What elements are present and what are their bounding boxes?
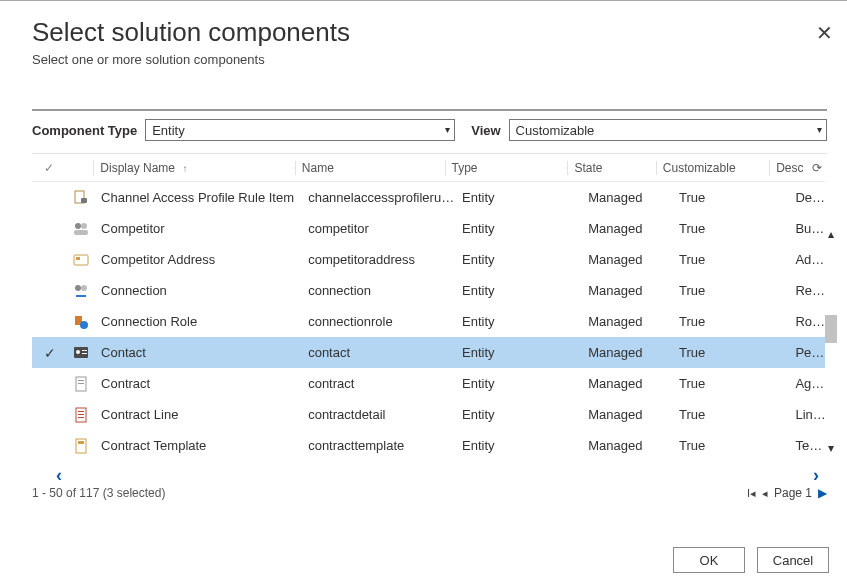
col-display-name-label: Display Name xyxy=(100,161,175,175)
table-row[interactable]: CompetitorcompetitorEntityManagedTrueBus… xyxy=(32,213,827,244)
cell-customizable: True xyxy=(673,438,789,453)
scroll-up-icon[interactable]: ▴ xyxy=(823,227,839,241)
cell-state: Managed xyxy=(582,314,673,329)
cell-state: Managed xyxy=(582,252,673,267)
svg-rect-17 xyxy=(78,383,84,384)
select-all-checkbox[interactable]: ✓ xyxy=(32,161,66,175)
svg-rect-6 xyxy=(76,257,80,260)
col-state[interactable]: State xyxy=(567,161,655,175)
col-customizable[interactable]: Customizable xyxy=(656,161,769,175)
scroll-thumb[interactable] xyxy=(825,315,837,343)
col-display-name[interactable]: Display Name ↑ xyxy=(93,161,294,175)
table-row[interactable]: Channel Access Profile Rule Itemchannela… xyxy=(32,182,827,213)
table-row[interactable]: ✓ContactcontactEntityManagedTruePerson xyxy=(32,337,827,368)
col-description-label: Desc xyxy=(776,161,803,175)
cell-description: Additic xyxy=(789,252,827,267)
table-row[interactable]: ConnectionconnectionEntityManagedTrueRel… xyxy=(32,275,827,306)
cell-description: Relatio xyxy=(789,283,827,298)
grid-footer: 1 - 50 of 117 (3 selected) I◂ ◂ Page 1 ▶ xyxy=(32,486,827,500)
svg-point-8 xyxy=(81,285,87,291)
cell-display-name: Contract Line xyxy=(95,407,302,422)
page-first-icon[interactable]: I◂ xyxy=(747,487,756,500)
paginator: I◂ ◂ Page 1 ▶ xyxy=(747,486,827,500)
table-row[interactable]: ContractcontractEntityManagedTrueAgreen xyxy=(32,368,827,399)
svg-rect-19 xyxy=(78,411,84,412)
scroll-left-icon[interactable]: ‹ xyxy=(48,465,70,486)
cell-display-name: Competitor Address xyxy=(95,252,302,267)
refresh-button[interactable]: ⟳ xyxy=(806,161,827,175)
table-row[interactable]: Contract TemplatecontracttemplateEntityM… xyxy=(32,430,827,461)
cell-state: Managed xyxy=(582,190,673,205)
col-name-label: Name xyxy=(302,161,334,175)
component-type-label: Component Type xyxy=(32,123,137,138)
scroll-right-icon[interactable]: › xyxy=(805,465,827,486)
close-button[interactable]: ✕ xyxy=(816,21,833,45)
record-range: 1 - 50 of 117 (3 selected) xyxy=(32,486,165,500)
cell-customizable: True xyxy=(673,283,789,298)
svg-rect-13 xyxy=(82,350,87,351)
filter-row: Component Type Entity ▾ View Customizabl… xyxy=(32,119,827,141)
vertical-scrollbar[interactable]: ▴ ▾ xyxy=(825,175,837,455)
horizontal-scrollbar[interactable]: ‹ › xyxy=(32,466,827,484)
svg-rect-14 xyxy=(82,353,87,354)
col-customizable-label: Customizable xyxy=(663,161,736,175)
scroll-down-icon[interactable]: ▾ xyxy=(823,441,839,455)
page-prev-icon[interactable]: ◂ xyxy=(762,487,768,500)
view-value: Customizable xyxy=(516,123,595,138)
svg-point-10 xyxy=(80,321,88,329)
svg-rect-1 xyxy=(81,198,87,203)
row-checkbox[interactable]: ✓ xyxy=(32,345,67,361)
cell-state: Managed xyxy=(582,407,673,422)
cell-type: Entity xyxy=(456,376,582,391)
cell-customizable: True xyxy=(673,407,789,422)
grid-body: Channel Access Profile Rule Itemchannela… xyxy=(32,182,827,462)
cell-name: contract xyxy=(302,376,456,391)
col-type-label: Type xyxy=(452,161,478,175)
table-row[interactable]: Competitor AddresscompetitoraddressEntit… xyxy=(32,244,827,275)
svg-rect-20 xyxy=(78,414,84,415)
cell-customizable: True xyxy=(673,190,789,205)
col-state-label: State xyxy=(574,161,602,175)
select-components-dialog: ✕ Select solution components Select one … xyxy=(0,0,847,587)
dialog-subtitle: Select one or more solution components xyxy=(32,52,837,67)
col-name[interactable]: Name xyxy=(295,161,445,175)
cell-state: Managed xyxy=(582,345,673,360)
cell-type: Entity xyxy=(456,190,582,205)
svg-rect-23 xyxy=(78,441,84,444)
svg-point-3 xyxy=(81,223,87,229)
grid: ✓ Display Name ↑ Name Type State Customi… xyxy=(32,153,827,462)
ok-button[interactable]: OK xyxy=(673,547,745,573)
entity-icon xyxy=(67,282,95,299)
cell-name: contact xyxy=(302,345,456,360)
svg-point-12 xyxy=(76,350,80,354)
col-type[interactable]: Type xyxy=(445,161,568,175)
component-type-select[interactable]: Entity ▾ xyxy=(145,119,455,141)
svg-rect-4 xyxy=(74,230,88,235)
cell-type: Entity xyxy=(456,221,582,236)
view-select[interactable]: Customizable ▾ xyxy=(509,119,827,141)
cell-customizable: True xyxy=(673,314,789,329)
cell-display-name: Contract xyxy=(95,376,302,391)
table-row[interactable]: Connection RoleconnectionroleEntityManag… xyxy=(32,306,827,337)
svg-rect-21 xyxy=(78,417,84,418)
col-description[interactable]: Desc xyxy=(769,161,806,175)
cell-display-name: Contact xyxy=(95,345,302,360)
chevron-down-icon: ▾ xyxy=(817,125,822,135)
entity-icon xyxy=(67,189,95,206)
cell-description: Busine xyxy=(789,221,827,236)
cancel-button[interactable]: Cancel xyxy=(757,547,829,573)
cell-type: Entity xyxy=(456,252,582,267)
cell-name: contractdetail xyxy=(302,407,456,422)
cell-name: connection xyxy=(302,283,456,298)
cell-display-name: Connection xyxy=(95,283,302,298)
table-row[interactable]: Contract LinecontractdetailEntityManaged… xyxy=(32,399,827,430)
cell-name: competitor xyxy=(302,221,456,236)
cell-description: Defines xyxy=(789,190,827,205)
cell-description: Templa xyxy=(789,438,827,453)
cell-type: Entity xyxy=(456,314,582,329)
page-next-icon[interactable]: ▶ xyxy=(818,486,827,500)
cell-customizable: True xyxy=(673,252,789,267)
chevron-down-icon: ▾ xyxy=(445,125,450,135)
svg-point-7 xyxy=(75,285,81,291)
cell-state: Managed xyxy=(582,283,673,298)
